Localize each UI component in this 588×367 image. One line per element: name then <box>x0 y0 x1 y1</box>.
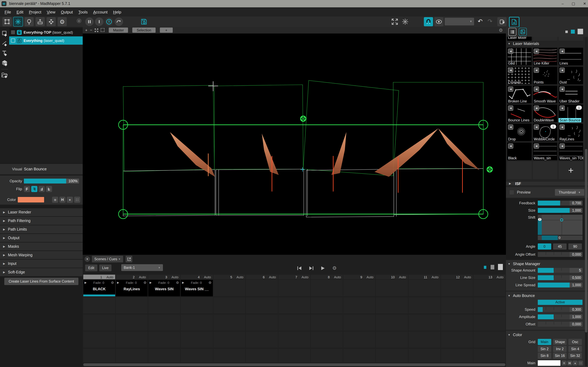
scene-column-header[interactable]: 8Auto <box>311 275 343 279</box>
section-masks[interactable]: ▶Masks <box>0 242 83 250</box>
scene-column-header[interactable]: 7Auto <box>278 275 310 279</box>
layer-visibility-checkbox[interactable] <box>11 30 15 34</box>
minimize-button[interactable]: – <box>562 1 564 6</box>
cell-size-large-button[interactable] <box>498 264 503 270</box>
menu-file[interactable]: File <box>2 10 14 14</box>
bank-dropdown[interactable]: Bank-1▼ <box>121 264 163 271</box>
scene-cell[interactable]: ▶Fade: 0⚙RayLines <box>116 280 148 296</box>
feedback-slider[interactable]: 0,700 <box>538 201 582 206</box>
live-mode-button[interactable]: Live <box>99 265 112 271</box>
visibility-button[interactable] <box>434 17 443 26</box>
material-tile-black[interactable]: ◀Black <box>507 142 532 160</box>
menu-output[interactable]: Output <box>58 10 76 14</box>
color-grid-sin32-button[interactable]: Sin 32 <box>568 353 582 359</box>
scene-cell-empty[interactable] <box>278 280 310 296</box>
material-preview-rev-icon[interactable]: ◀ <box>508 87 513 92</box>
material-preview-rev-icon[interactable]: ◀ <box>560 87 565 92</box>
scene-cell-empty[interactable] <box>213 280 245 296</box>
tab-cue-list[interactable] <box>508 28 516 36</box>
color-grid-sin4-button[interactable]: Sin 4 <box>568 346 582 352</box>
scene-cell-empty[interactable] <box>408 332 440 348</box>
main-color-swatch[interactable] <box>538 360 561 366</box>
material-tile-clipped[interactable]: Laser Mixer <box>507 37 532 41</box>
main-color-list-icon[interactable]: ≡ <box>562 361 567 366</box>
power-button[interactable] <box>105 17 113 26</box>
material-preview-rev-icon[interactable]: ◀ <box>508 125 513 130</box>
zoom-out-icon[interactable]: − <box>90 28 92 32</box>
material-tile-dust[interactable]: ◀Dust <box>559 67 583 84</box>
material-preview-rev-icon[interactable]: ◀ <box>508 106 513 111</box>
scene-column-header[interactable]: 12Auto <box>441 275 473 279</box>
next-scene-icon[interactable] <box>309 266 314 270</box>
scene-cell-empty[interactable] <box>474 297 505 314</box>
scene-cell-empty[interactable] <box>116 314 148 331</box>
scene-cell-empty[interactable] <box>213 349 245 362</box>
lock-panels-button[interactable] <box>497 17 507 26</box>
scene-column-header[interactable]: 2Auto <box>116 275 148 279</box>
angle-offset-slider[interactable]: 0,000 <box>538 252 582 257</box>
scene-column-header[interactable]: 3Auto <box>148 275 180 279</box>
scene-cell-empty[interactable] <box>116 332 148 348</box>
menu-help[interactable]: Help <box>110 10 124 14</box>
scene-cell-empty[interactable] <box>441 332 473 348</box>
shift-pad[interactable]: 0 <box>538 215 582 235</box>
scene-cell-empty[interactable] <box>311 280 343 296</box>
modules-tool-button[interactable] <box>47 17 56 26</box>
scene-cell-empty[interactable] <box>148 297 180 314</box>
flip-vertical-button[interactable]: F <box>39 186 45 192</box>
main-color-hue-icon[interactable]: H <box>567 361 572 366</box>
material-preview-rev-icon[interactable]: ◀ <box>560 106 565 111</box>
scene-cell-empty[interactable] <box>376 349 408 362</box>
scene-cell-empty[interactable] <box>246 314 278 331</box>
scene-cell-empty[interactable] <box>311 314 343 331</box>
add-3d-object-button[interactable] <box>1 59 8 67</box>
scene-cell-empty[interactable] <box>376 297 408 314</box>
material-preview-rev-icon[interactable]: ◀ <box>508 143 513 149</box>
preview-mode-dropdown[interactable]: Thumbnail ▼ <box>555 189 584 196</box>
menu-view[interactable]: View <box>44 10 58 14</box>
popout-button[interactable] <box>126 256 132 262</box>
menu-project[interactable]: Project <box>26 10 44 14</box>
add-line-button[interactable] <box>1 40 8 47</box>
material-tile-points[interactable]: ◀Points <box>533 67 557 84</box>
scene-cell[interactable]: ▶Fade: 0⚙Waves SIN __ <box>181 280 213 296</box>
add-folder-button[interactable] <box>1 72 8 79</box>
scene-cell-empty[interactable] <box>278 314 310 331</box>
scene-cell-empty[interactable] <box>83 297 115 314</box>
color-grid-main-button[interactable]: Main <box>538 339 551 345</box>
color-palette-mode-icon[interactable]: ∷ <box>74 197 80 203</box>
create-laser-lines-button[interactable]: Create Laser Lines From Surface Content <box>4 278 78 285</box>
section-path-filtering[interactable]: ▶Path Filtering <box>0 217 83 225</box>
scene-cell-empty[interactable] <box>213 314 245 331</box>
scene-settings-gear-icon[interactable]: ⚙ <box>332 265 337 271</box>
shift-y-bar[interactable] <box>538 220 542 235</box>
scene-cell-empty[interactable] <box>441 297 473 314</box>
section-laser-render[interactable]: ▶Laser Render <box>0 208 83 216</box>
scene-cell-empty[interactable] <box>344 349 375 362</box>
scene-cell-empty[interactable] <box>148 314 180 331</box>
angle-0-button[interactable]: 0 <box>538 243 551 250</box>
material-tile-grid[interactable]: ◀Grid <box>507 48 532 66</box>
scene-cell-empty[interactable] <box>278 297 310 314</box>
scene-cell-empty[interactable] <box>408 297 440 314</box>
scene-cell-empty[interactable] <box>441 349 473 362</box>
section-path-limits[interactable]: ▶Path Limits <box>0 225 83 233</box>
section-output[interactable]: ▶Output <box>0 234 83 242</box>
menu-edit[interactable]: Edit <box>14 10 26 14</box>
flip-none-button[interactable]: F <box>24 186 30 192</box>
angle-90-button[interactable]: 90 <box>568 243 582 250</box>
scene-cell-empty[interactable] <box>148 349 180 362</box>
material-preview-rev-icon[interactable]: ◀ <box>560 67 565 73</box>
color-grid-shape-button[interactable]: Shape <box>553 339 567 345</box>
shift-x-bar[interactable]: 0 <box>538 235 582 240</box>
scene-cell-empty[interactable] <box>441 314 473 331</box>
auto-bounce-active-button[interactable]: Active <box>538 300 582 305</box>
menu-tools[interactable]: Tools <box>76 10 90 14</box>
scene-cell-empty[interactable] <box>311 349 343 362</box>
media-panel-toggle-button[interactable] <box>509 17 519 27</box>
shift-y-knob[interactable]: 0 <box>538 218 541 221</box>
undo-button[interactable]: ↶ <box>478 18 483 25</box>
maximize-button[interactable]: ▢ <box>572 1 575 6</box>
scene-cell-empty[interactable] <box>83 349 115 362</box>
panel-collapse-button[interactable]: ▼ <box>85 256 90 262</box>
